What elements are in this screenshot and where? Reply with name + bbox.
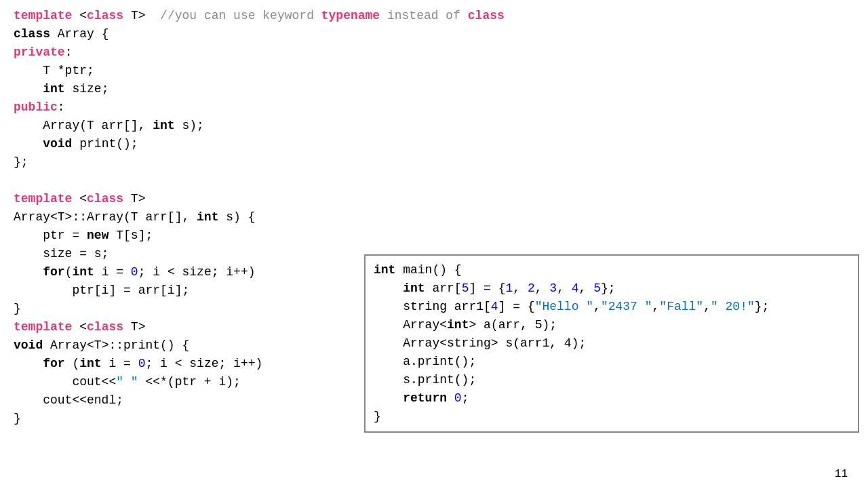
code-line-12: Array<T>::Array(T arr[], int s) { (14, 208, 854, 227)
inset-line-8: return 0; (374, 389, 850, 408)
inset-line-5: Array<string> s(arr1, 4); (374, 334, 850, 353)
inset-line-4: Array<int> a(arr, 5); (374, 316, 850, 334)
code-line-7: Array(T arr[], int s); (14, 117, 854, 135)
inset-line-1: int main() { (374, 261, 850, 279)
inset-line-3: string arr1[4] = {"Hello ","2437 ","Fall… (374, 298, 850, 316)
inset-line-7: s.print(); (374, 371, 850, 389)
inset-line-9: } (374, 408, 850, 426)
inset-line-6: a.print(); (374, 353, 850, 371)
code-line-8: void print(); (14, 135, 854, 153)
code-line-2: class Array { (14, 25, 854, 43)
code-line-6: public: (14, 98, 854, 117)
code-line-4: T *ptr; (14, 62, 854, 80)
code-line-3: private: (14, 43, 854, 62)
page-number: 11 (835, 466, 848, 482)
code-line-9: }; (14, 153, 854, 172)
code-line-10 (14, 172, 854, 190)
code-line-13: ptr = new T[s]; (14, 227, 854, 245)
code-line-1: template <class T> //you can use keyword… (14, 7, 854, 25)
code-line-11: template <class T> (14, 190, 854, 208)
inset-line-2: int arr[5] = {1, 2, 3, 4, 5}; (374, 279, 850, 298)
code-line-5: int size; (14, 80, 854, 98)
inset-code-box: int main() { int arr[5] = {1, 2, 3, 4, 5… (364, 254, 859, 433)
